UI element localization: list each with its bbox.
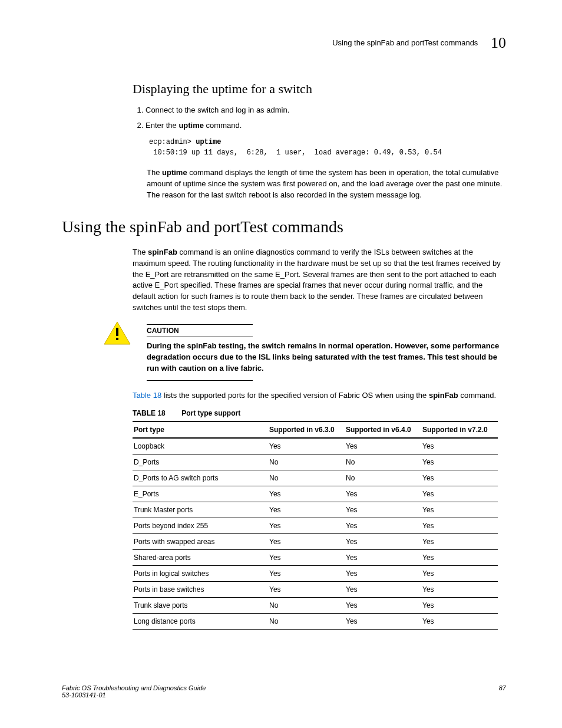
code-block: ecp:admin> uptime 10:50:19 up 11 days, 6… (149, 137, 506, 158)
table-cell: Yes (345, 598, 421, 614)
step-2: Enter the uptime command. (146, 120, 506, 131)
step2-post: command. (204, 121, 242, 130)
table-cell: Yes (421, 534, 498, 550)
table-caption: TABLE 18 Port type support (133, 409, 506, 417)
section-number: 10 (491, 34, 506, 51)
table-cell: Yes (345, 438, 421, 454)
table-row: Ports beyond index 255YesYesYes (133, 518, 498, 534)
table-number: TABLE 18 (133, 409, 166, 417)
table-cell: Yes (268, 550, 345, 566)
table-cell: Yes (421, 438, 498, 454)
p2-cmd: spinFab (429, 391, 458, 400)
table-row: Ports in base switchesYesYesYes (133, 582, 498, 598)
table-cell: Yes (421, 470, 498, 486)
table-cell: D_Ports (133, 454, 268, 470)
step2-pre: Enter the (146, 121, 178, 130)
caution-block: CAUTION During the spinFab testing, the … (62, 324, 506, 381)
p1-cmd: spinFab (148, 248, 177, 256)
table-cell: No (345, 470, 421, 486)
step-1: Connect to the switch and log in as admi… (146, 105, 506, 116)
page: Using the spinFab and portTest commands … (0, 0, 562, 728)
explain-pre: The (147, 168, 162, 177)
table-cell: Ports with swapped areas (133, 534, 268, 550)
code-command: uptime (196, 138, 221, 146)
table-cell: No (268, 454, 345, 470)
port-type-table: Port type Supported in v6.3.0 Supported … (133, 421, 498, 630)
svg-rect-2 (116, 338, 118, 340)
table-cell: Ports in logical switches (133, 566, 268, 582)
table-cell: Yes (345, 582, 421, 598)
table-row: Long distance portsNoYesYes (133, 614, 498, 630)
p2-mid: lists the supported ports for the specif… (161, 391, 429, 400)
table-cell: E_Ports (133, 486, 268, 502)
steps-list: Connect to the switch and log in as admi… (133, 105, 506, 131)
table-cell: No (268, 598, 345, 614)
table-cell: Yes (345, 614, 421, 630)
page-footer: 87 Fabric OS Troubleshooting and Diagnos… (62, 684, 506, 699)
table-cell: Trunk Master ports (133, 502, 268, 518)
table-cell: Yes (268, 486, 345, 502)
table-cell: Ports beyond index 255 (133, 518, 268, 534)
th-v720: Supported in v7.2.0 (421, 421, 498, 438)
table-link[interactable]: Table 18 (133, 391, 161, 400)
footer-title: Fabric OS Troubleshooting and Diagnostic… (62, 684, 206, 691)
table-cell: Yes (345, 566, 421, 582)
p1-pre: The (133, 248, 148, 256)
table-cell: Yes (345, 534, 421, 550)
table-cell: Yes (421, 486, 498, 502)
table-cell: Yes (421, 454, 498, 470)
table-cell: Yes (345, 502, 421, 518)
table-cell: Yes (268, 582, 345, 598)
table-row: Ports with swapped areasYesYesYes (133, 534, 498, 550)
heading-spinfab: Using the spinFab and portTest commands (62, 218, 506, 236)
uptime-explain: The uptime command displays the length o… (147, 167, 506, 201)
caution-body: CAUTION During the spinFab testing, the … (147, 324, 506, 381)
table-cell: Yes (268, 534, 345, 550)
table-row: Shared-area portsYesYesYes (133, 550, 498, 566)
code-output: 10:50:19 up 11 days, 6:28, 1 user, load … (149, 149, 442, 157)
svg-rect-1 (116, 328, 118, 336)
table-cell: No (268, 614, 345, 630)
caution-rule (147, 380, 253, 381)
table-cell: Yes (345, 486, 421, 502)
page-number: 87 (499, 684, 506, 691)
table-cell: Yes (421, 598, 498, 614)
step2-cmd: uptime (178, 121, 204, 130)
p1-post: command is an online diagnostics command… (133, 248, 501, 312)
table-cell: Shared-area ports (133, 550, 268, 566)
code-prompt: ecp:admin> (149, 138, 196, 146)
table-cell: No (268, 470, 345, 486)
table-cell: Loopback (133, 438, 268, 454)
footer-docnum: 53-1003141-01 (62, 691, 106, 699)
table-row: Ports in logical switchesYesYesYes (133, 566, 498, 582)
caution-text: During the spinFab testing, the switch r… (147, 341, 506, 374)
table-cell: No (345, 454, 421, 470)
table-cell: Yes (268, 566, 345, 582)
spinfab-para1: The spinFab command is an online diagnos… (133, 247, 506, 314)
table-cell: Trunk slave ports (133, 598, 268, 614)
table-cell: Long distance ports (133, 614, 268, 630)
table-cell: Yes (268, 438, 345, 454)
table-cell: Ports in base switches (133, 582, 268, 598)
table-title: Port type support (181, 409, 240, 417)
table-cell: Yes (345, 550, 421, 566)
table-row: D_PortsNoNoYes (133, 454, 498, 470)
th-v640: Supported in v6.4.0 (345, 421, 421, 438)
running-header: Using the spinFab and portTest commands … (62, 34, 506, 52)
table-cell: Yes (421, 582, 498, 598)
table-cell: Yes (421, 566, 498, 582)
explain-cmd: uptime (162, 168, 187, 177)
table-cell: Yes (268, 502, 345, 518)
table-cell: Yes (421, 518, 498, 534)
table-cell: D_Ports to AG switch ports (133, 470, 268, 486)
caution-label: CAUTION (147, 324, 253, 337)
table-cell: Yes (421, 550, 498, 566)
caution-icon (103, 321, 131, 347)
table-row: Trunk slave portsNoYesYes (133, 598, 498, 614)
table-row: E_PortsYesYesYes (133, 486, 498, 502)
table-cell: Yes (421, 502, 498, 518)
table-row: LoopbackYesYesYes (133, 438, 498, 454)
table-row: D_Ports to AG switch portsNoNoYes (133, 470, 498, 486)
table-header-row: Port type Supported in v6.3.0 Supported … (133, 421, 498, 438)
explain-post: command displays the length of time the … (147, 168, 502, 199)
